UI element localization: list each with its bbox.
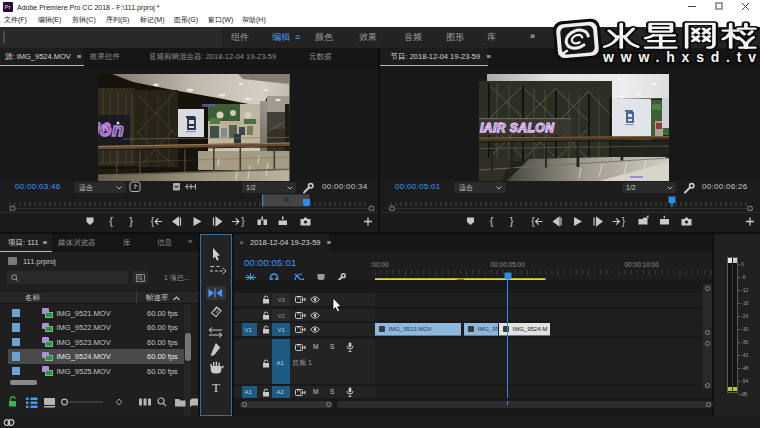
svg-text:{: { bbox=[489, 215, 493, 227]
svg-text:T: T bbox=[212, 380, 220, 395]
svg-text:}: } bbox=[621, 216, 625, 227]
svg-text:{: { bbox=[109, 215, 113, 227]
svg-text:www.hxsd.tv: www.hxsd.tv bbox=[602, 49, 760, 64]
svg-text:}: } bbox=[129, 215, 133, 227]
svg-text:{: { bbox=[531, 216, 535, 227]
svg-text:{: { bbox=[151, 216, 155, 227]
svg-text:}: } bbox=[509, 215, 513, 227]
svg-text:}: } bbox=[241, 216, 245, 227]
